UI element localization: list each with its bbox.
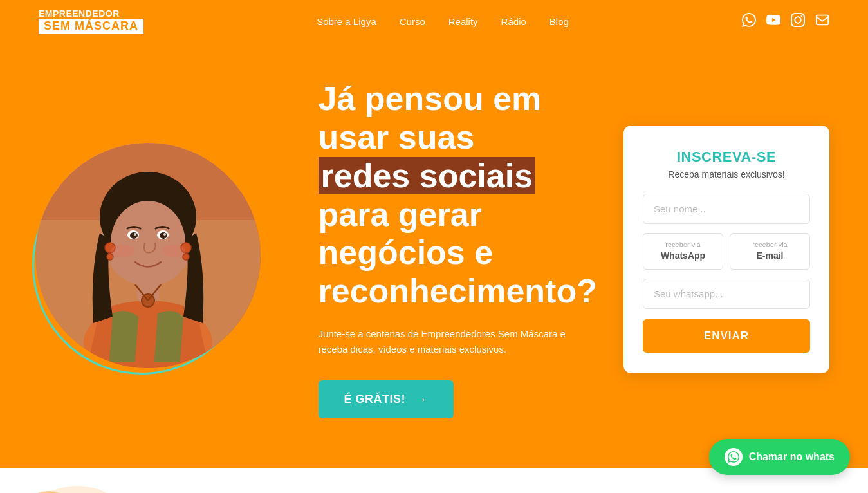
email-type-label: E-mail <box>756 250 783 261</box>
svg-point-13 <box>130 232 138 239</box>
hero-section: Já pensou em usar suas redes sociais par… <box>0 43 868 468</box>
whatsapp-float-label: Chamar no whats <box>749 451 835 463</box>
nav-radio[interactable]: Rádio <box>501 16 526 27</box>
main-nav: Sobre a Ligya Curso Reality Rádio Blog <box>317 16 569 27</box>
submit-button[interactable]: ENVIAR <box>643 319 810 353</box>
svg-point-20 <box>183 254 189 260</box>
logo: EMPREENDEDOR SEM MÁSCARA <box>39 9 143 34</box>
instagram-icon[interactable] <box>791 13 805 30</box>
svg-point-22 <box>162 245 185 257</box>
logo-top: EMPREENDEDOR <box>39 9 120 19</box>
cta-arrow: → <box>414 392 428 407</box>
whatsapp-type-label: WhatsApp <box>661 250 705 261</box>
person-illustration <box>35 143 261 368</box>
nav-reality[interactable]: Reality <box>448 16 478 27</box>
hero-content: Já pensou em usar suas redes sociais par… <box>293 80 602 418</box>
headline-highlight: redes sociais <box>319 157 536 194</box>
whatsapp-option[interactable]: receber via WhatsApp <box>643 233 723 270</box>
email-via-label: receber via <box>735 240 804 250</box>
hero-subtext: Junte-se a centenas de Empreendedores Se… <box>319 326 576 357</box>
signup-form-card: INSCREVA-SE Receba materiais exclusivos!… <box>623 126 829 373</box>
logo-bottom: SEM MÁSCARA <box>39 19 143 34</box>
name-input[interactable] <box>643 194 810 224</box>
person-photo <box>35 143 261 368</box>
cta-button[interactable]: É GRÁTIS! → <box>319 380 454 418</box>
whatsapp-float-button[interactable]: Chamar no whats <box>709 439 850 475</box>
svg-point-15 <box>134 233 136 236</box>
svg-point-21 <box>111 245 134 257</box>
social-icons <box>742 13 829 30</box>
whatsapp-float-icon <box>725 448 743 466</box>
svg-point-18 <box>107 254 113 260</box>
svg-point-16 <box>163 233 166 236</box>
svg-rect-0 <box>817 15 828 25</box>
cta-label: É GRÁTIS! <box>344 393 406 406</box>
form-title: INSCREVA-SE <box>643 149 810 165</box>
svg-point-14 <box>160 232 167 239</box>
youtube-icon[interactable] <box>766 13 780 30</box>
email-option[interactable]: receber via E-mail <box>730 233 810 270</box>
header: EMPREENDEDOR SEM MÁSCARA Sobre a Ligya C… <box>0 0 868 43</box>
nav-blog[interactable]: Blog <box>549 16 569 27</box>
svg-point-10 <box>111 201 185 284</box>
whatsapp-via-label: receber via <box>649 240 717 250</box>
hero-headline: Já pensou em usar suas redes sociais par… <box>319 80 576 311</box>
whatsapp-input[interactable] <box>643 279 810 309</box>
nav-sobre[interactable]: Sobre a Ligya <box>317 16 376 27</box>
receive-method-group: receber via WhatsApp receber via E-mail <box>643 233 810 270</box>
whatsapp-icon[interactable] <box>742 13 756 30</box>
nav-curso[interactable]: Curso <box>400 16 425 27</box>
curve-decoration <box>0 468 129 493</box>
email-icon[interactable] <box>815 13 829 30</box>
person-container <box>26 130 270 368</box>
form-subtitle: Receba materiais exclusivos! <box>643 169 810 180</box>
